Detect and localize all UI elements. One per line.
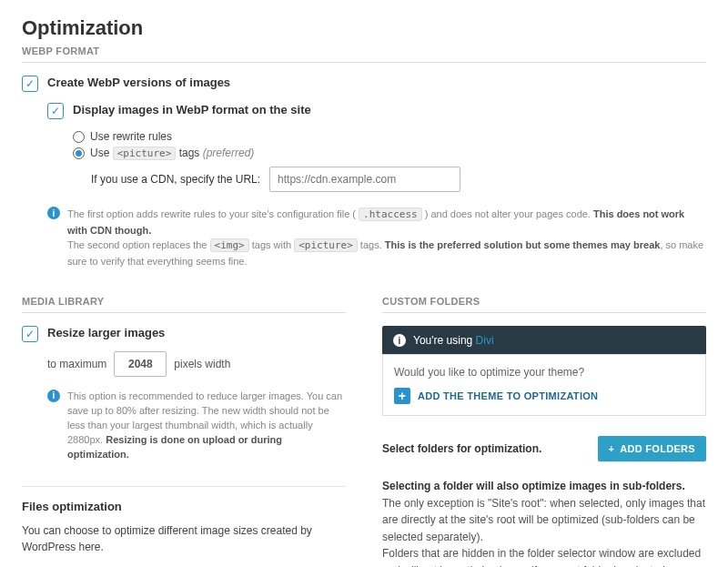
to-maximum-label: to maximum xyxy=(47,358,106,370)
files-optimization-p1: You can choose to optimize different ima… xyxy=(22,522,346,556)
theme-panel: Would you like to optimize your theme? +… xyxy=(382,354,706,416)
webp-section-heading: WEBP FORMAT xyxy=(22,46,706,63)
resize-images-label: Resize larger images xyxy=(47,326,165,342)
theme-banner: i You're using Divi xyxy=(382,326,706,355)
plus-icon: + xyxy=(394,388,410,404)
pixels-width-label: pixels width xyxy=(174,358,230,370)
picture-tags-label: Use <picture> tags (preferred) xyxy=(90,147,254,159)
rewrite-rules-radio[interactable] xyxy=(73,131,85,143)
theme-panel-question: Would you like to optimize your theme? xyxy=(394,366,694,379)
max-width-input[interactable] xyxy=(114,351,167,377)
info-icon: i xyxy=(393,334,406,347)
rewrite-rules-label: Use rewrite rules xyxy=(90,130,172,143)
info-icon: i xyxy=(47,207,60,219)
media-library-heading: MEDIA LIBRARY xyxy=(22,296,346,313)
folder-selection-note: Selecting a folder will also optimize im… xyxy=(382,478,706,567)
resize-images-checkbox[interactable]: ✓ xyxy=(22,326,38,342)
display-webp-label: Display images in WebP format on the sit… xyxy=(73,103,311,119)
info-icon: i xyxy=(47,390,60,402)
create-webp-label: Create WebP versions of images xyxy=(47,76,230,92)
resize-note-text: This option is recommended to reduce lar… xyxy=(67,390,346,462)
custom-folders-heading: CUSTOM FOLDERS xyxy=(382,296,706,313)
add-theme-button[interactable]: + ADD THE THEME TO OPTIMIZATION xyxy=(394,388,694,404)
files-optimization-heading: Files optimization xyxy=(22,500,346,513)
theme-link[interactable]: Divi xyxy=(476,334,494,347)
plus-icon: + xyxy=(609,443,615,454)
page-title: Optimization xyxy=(22,16,706,40)
add-folders-button[interactable]: + ADD FOLDERS xyxy=(598,436,706,461)
webp-note-text: The first option adds rewrite rules to y… xyxy=(67,207,706,268)
create-webp-checkbox[interactable]: ✓ xyxy=(22,76,38,92)
display-webp-checkbox[interactable]: ✓ xyxy=(47,103,64,119)
picture-tags-radio[interactable] xyxy=(73,147,85,159)
cdn-url-input[interactable] xyxy=(269,167,460,192)
divider xyxy=(22,486,346,487)
select-folders-label: Select folders for optimization. xyxy=(382,442,541,455)
cdn-url-label: If you use a CDN, specify the URL: xyxy=(91,173,260,186)
